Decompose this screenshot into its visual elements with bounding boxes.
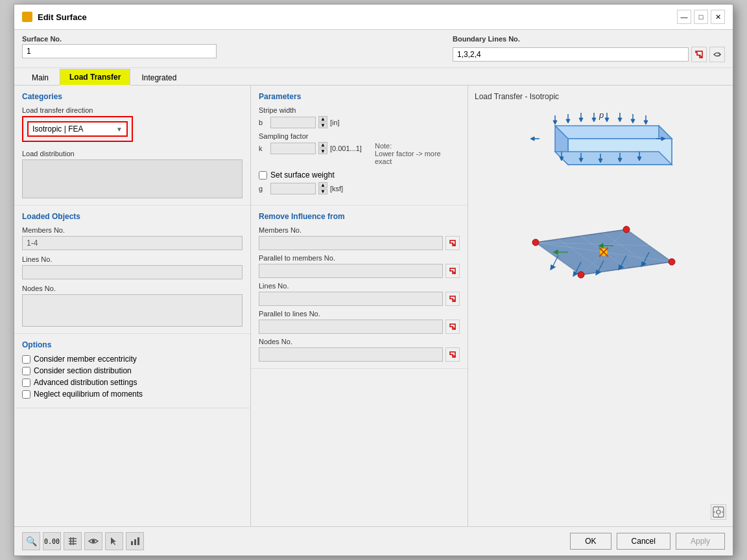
- load-transfer-direction-dropdown[interactable]: Isotropic | FEA ▼: [27, 121, 128, 137]
- toolbar-cursor-btn[interactable]: [105, 532, 123, 550]
- sampling-factor-range: [0.001...1]: [330, 145, 362, 152]
- sampling-factor-label: Sampling factor: [259, 132, 460, 140]
- g-input[interactable]: [270, 183, 316, 194]
- svg-text:p: p: [599, 110, 604, 120]
- stripe-width-down[interactable]: ▼: [318, 122, 327, 128]
- cancel-button[interactable]: Cancel: [617, 533, 670, 550]
- g-down[interactable]: ▼: [318, 189, 327, 194]
- parallel-members-btn[interactable]: [445, 264, 460, 278]
- remove-members-input[interactable]: [259, 236, 443, 250]
- remove-lines-input[interactable]: [259, 292, 443, 306]
- preview-bottom-icon[interactable]: [711, 504, 726, 520]
- loaded-objects-title: Loaded Objects: [22, 212, 243, 221]
- remove-influence-section: Remove Influence from Members No. Parall…: [251, 205, 468, 369]
- remove-lines-btn[interactable]: [445, 292, 460, 306]
- toolbar-chart-btn[interactable]: [126, 532, 144, 550]
- nodes-no-input[interactable]: [22, 294, 243, 327]
- minimize-button[interactable]: —: [677, 10, 691, 24]
- remove-influence-title: Remove Influence from: [259, 212, 460, 221]
- lines-no-input[interactable]: [22, 265, 243, 279]
- maximize-button[interactable]: □: [694, 10, 708, 24]
- remove-members-row: [259, 236, 460, 250]
- parallel-lines-btn[interactable]: [445, 320, 460, 334]
- close-button[interactable]: ✕: [711, 10, 725, 24]
- option-2-checkbox[interactable]: [22, 367, 30, 375]
- svg-marker-10: [555, 152, 672, 165]
- dialog-title: Edit Surface: [38, 12, 672, 22]
- toolbar-grid-btn[interactable]: [64, 532, 82, 550]
- svg-point-51: [532, 239, 539, 246]
- boundary-reverse-btn[interactable]: [709, 47, 725, 62]
- boundary-lines-label: Boundary Lines No.: [453, 35, 725, 43]
- remove-nodes-input[interactable]: [259, 347, 443, 362]
- stripe-width-unit: [in]: [330, 119, 340, 126]
- svg-point-83: [92, 540, 95, 543]
- boundary-lines-input[interactable]: [453, 47, 689, 62]
- preview-area: p: [475, 106, 726, 520]
- dialog-icon: [22, 12, 32, 22]
- remove-lines-row: [259, 292, 460, 306]
- parallel-members-row: [259, 264, 460, 278]
- remove-nodes-btn[interactable]: [445, 347, 460, 362]
- remove-members-btn[interactable]: [445, 236, 460, 250]
- members-no-input[interactable]: [22, 236, 243, 250]
- surface-no-input[interactable]: [22, 44, 217, 58]
- tab-load-transfer[interactable]: Load Transfer: [60, 69, 130, 86]
- option-2-row: Consider section distribution: [22, 366, 243, 375]
- g-up[interactable]: ▲: [318, 182, 327, 188]
- svg-marker-29: [530, 137, 534, 141]
- stripe-width-input[interactable]: [270, 117, 316, 128]
- loaded-objects-section: Loaded Objects Members No. Lines No. Nod…: [14, 205, 250, 334]
- apply-button[interactable]: Apply: [676, 533, 725, 550]
- bottom-toolbar: 🔍 0.00 OK Cancel Apply: [14, 526, 733, 555]
- boundary-select-btn[interactable]: [691, 47, 707, 62]
- set-surface-weight-row: Set surface weight: [259, 170, 460, 180]
- remove-nodes-row: [259, 347, 460, 362]
- parallel-lines-input[interactable]: [259, 320, 443, 334]
- toolbar-icons: 🔍 0.00: [22, 532, 144, 550]
- preview-settings-btn[interactable]: [711, 504, 726, 520]
- option-1-checkbox[interactable]: [22, 355, 30, 364]
- sampling-factor-up[interactable]: ▲: [318, 142, 327, 148]
- ok-button[interactable]: OK: [570, 533, 611, 550]
- option-4-row: Neglect equilibrium of moments: [22, 390, 243, 399]
- remove-members-label: Members No.: [259, 226, 460, 234]
- parallel-members-input[interactable]: [259, 264, 443, 278]
- members-no-label: Members No.: [22, 226, 243, 234]
- svg-rect-85: [134, 539, 136, 545]
- stripe-width-up[interactable]: ▲: [318, 116, 327, 122]
- sampling-factor-row: k ▲ ▼ [0.001...1]: [259, 142, 362, 154]
- svg-marker-19: [592, 118, 596, 122]
- option-2-label: Consider section distribution: [34, 366, 132, 375]
- sampling-factor-input[interactable]: [270, 143, 316, 154]
- toolbar-search-btn[interactable]: 🔍: [22, 532, 40, 550]
- option-4-checkbox[interactable]: [22, 390, 30, 399]
- title-buttons: — □ ✕: [677, 10, 725, 24]
- sampling-factor-short-label: k: [259, 145, 268, 152]
- content-area: Categories Load transfer direction Isotr…: [14, 86, 733, 526]
- remove-nodes-label: Nodes No.: [259, 338, 460, 345]
- option-4-label: Neglect equilibrium of moments: [34, 390, 143, 399]
- option-1-label: Consider member eccentricity: [34, 355, 137, 364]
- svg-marker-6: [555, 126, 672, 139]
- tab-main[interactable]: Main: [22, 69, 58, 86]
- toolbar-eye-btn[interactable]: [84, 532, 102, 550]
- bottom-diagram: [510, 204, 691, 307]
- svg-marker-15: [566, 119, 570, 123]
- tab-integrated[interactable]: Integrated: [132, 69, 186, 86]
- categories-section: Categories Load transfer direction Isotr…: [14, 86, 250, 205]
- right-panel: Load Transfer - Isotropic: [468, 86, 733, 526]
- load-distribution-display: [22, 159, 243, 198]
- categories-title: Categories: [22, 92, 243, 101]
- nodes-no-label: Nodes No.: [22, 285, 243, 292]
- option-3-checkbox[interactable]: [22, 379, 30, 387]
- set-surface-weight-checkbox[interactable]: [259, 171, 267, 180]
- sampling-factor-down[interactable]: ▼: [318, 148, 327, 154]
- parallel-members-label: Parallel to members No.: [259, 254, 460, 262]
- stripe-width-spinners: ▲ ▼: [318, 116, 327, 128]
- left-panel: Categories Load transfer direction Isotr…: [14, 86, 251, 526]
- g-row: g ▲ ▼ [ksf]: [259, 182, 460, 194]
- toolbar-zero-btn[interactable]: 0.00: [43, 532, 61, 550]
- note-label: Note:: [375, 142, 460, 150]
- option-1-row: Consider member eccentricity: [22, 355, 243, 364]
